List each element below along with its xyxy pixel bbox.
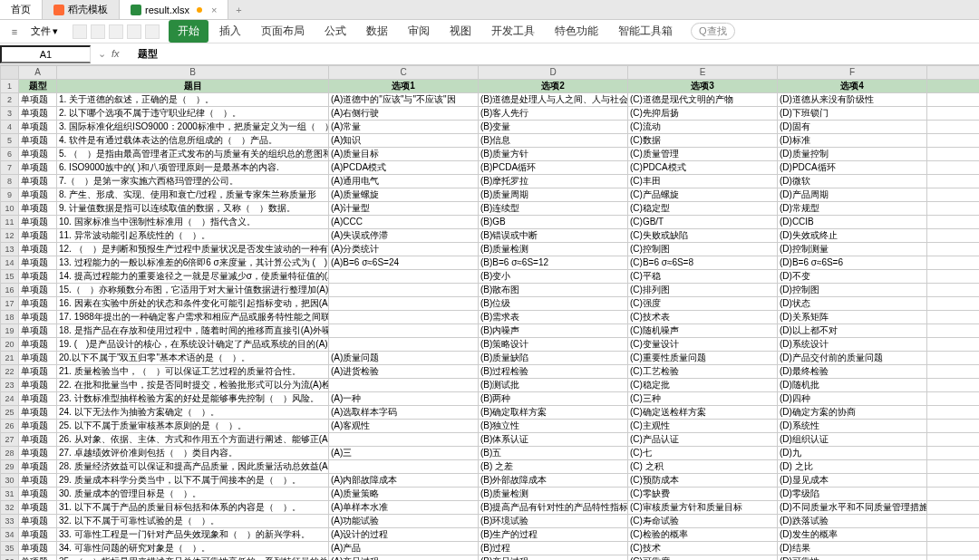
cell[interactable]: (C) 之积 — [628, 460, 778, 474]
cell[interactable]: (A)内部故障成本 — [329, 474, 479, 488]
cell[interactable] — [927, 338, 980, 352]
cell[interactable]: 单项题 — [19, 528, 57, 542]
redo-icon[interactable] — [145, 24, 160, 39]
cell[interactable]: (B)质量缺陷 — [479, 352, 628, 365]
cell[interactable]: 21. 质量检验当中，（ ）可以保证工艺过程的质量符合性。 — [57, 365, 329, 379]
row-header[interactable]: 19 — [1, 324, 19, 338]
cell[interactable] — [329, 460, 479, 474]
cell[interactable]: 单项题 — [19, 379, 57, 392]
fx-dropdown-icon[interactable]: ⌄ — [98, 48, 106, 60]
row-header[interactable]: 2 — [1, 93, 19, 107]
cell[interactable]: (D)跌落试验 — [778, 515, 927, 528]
cell[interactable]: (D)不同质量水平和不同质量管理措施 — [778, 501, 927, 515]
row-header[interactable]: 31 — [1, 488, 19, 501]
cell[interactable]: (A)计量型 — [329, 202, 479, 216]
cell[interactable]: (C)强度 — [628, 297, 778, 311]
header-cell[interactable]: 选项2 — [479, 80, 628, 93]
cell[interactable]: (B)客人先行 — [479, 107, 628, 121]
cell[interactable]: 6. ISO9000族中的( )和八项管理原则一是最基本的内容. — [57, 161, 329, 175]
cell[interactable] — [927, 93, 980, 107]
tab-template[interactable]: 稻壳模板 — [43, 0, 120, 19]
cell[interactable]: (A)常量 — [329, 121, 479, 134]
row-header[interactable]: 29 — [1, 460, 19, 474]
cell[interactable] — [927, 284, 980, 297]
row-header[interactable]: 23 — [1, 379, 19, 392]
cell[interactable]: (C)B=6 σ≈6S=8 — [628, 256, 778, 270]
cell[interactable]: (D)最终检验 — [778, 365, 927, 379]
cell[interactable]: 单项题 — [19, 365, 57, 379]
cell[interactable]: (C)零缺费 — [628, 488, 778, 501]
cell[interactable]: (D)零级陷 — [778, 488, 927, 501]
cell[interactable] — [927, 488, 980, 501]
cell[interactable] — [927, 121, 980, 134]
cell[interactable]: (A)B=6 σ≈6S=24 — [329, 256, 479, 270]
file-menu[interactable]: 文件 ▾ — [25, 23, 63, 40]
col-header-C[interactable]: C — [329, 66, 479, 80]
cell[interactable]: 18. 是指产品在存放和使用过程中，随着时间的推移而直接引(A)外噪声 — [57, 324, 329, 338]
cell[interactable]: (C)检验的概率 — [628, 528, 778, 542]
cell[interactable]: (C)重要性质量问题 — [628, 352, 778, 365]
cell[interactable]: (B)过程 — [479, 542, 628, 555]
cell[interactable]: (A)客观性 — [329, 420, 479, 433]
cell[interactable]: (C)稳定型 — [628, 202, 778, 216]
cell[interactable]: 单项题 — [19, 121, 57, 134]
cell[interactable]: (D)产品周期 — [778, 188, 927, 202]
cell[interactable] — [927, 161, 980, 175]
cell[interactable]: (D)常规型 — [778, 202, 927, 216]
cell[interactable]: (A)质量问题 — [329, 352, 479, 365]
cell[interactable]: 12. （ ）是判断和预报生产过程中质量状况是否发生波动的一种有 — [57, 243, 329, 256]
row-header[interactable]: 1 — [1, 80, 19, 93]
cell[interactable]: 14. 提高过程能力的重要途径之一就是尽量减少σ，使质量特征值的(A)变大 — [57, 270, 329, 284]
menu-layout[interactable]: 页面布局 — [252, 20, 314, 43]
cell[interactable]: (C)稳定批 — [628, 379, 778, 392]
cell[interactable]: (C)确定送检样方案 — [628, 406, 778, 420]
cell[interactable] — [329, 311, 479, 324]
cell[interactable]: 单项题 — [19, 420, 57, 433]
cell[interactable]: (D)B=6 σ≈6S=6 — [778, 256, 927, 270]
cell[interactable]: (B)提高产品有针对性的产品特性指标 — [479, 501, 628, 515]
col-header-F[interactable]: F — [778, 66, 927, 80]
cell[interactable]: (D)控制图 — [778, 284, 927, 297]
cell[interactable]: (C)丰田 — [628, 175, 778, 188]
cell[interactable]: (B)两种 — [479, 392, 628, 406]
cell[interactable] — [927, 474, 980, 488]
cell[interactable]: 单项题 — [19, 555, 57, 561]
undo-icon[interactable] — [127, 24, 141, 39]
cell[interactable]: 单项题 — [19, 474, 57, 488]
cell[interactable] — [927, 216, 980, 229]
cell[interactable]: 单项题 — [19, 284, 57, 297]
cell[interactable]: (D)PDCA循环 — [778, 161, 927, 175]
cell[interactable]: (A)选取样本字码 — [329, 406, 479, 420]
cell[interactable]: (C)失败或缺陷 — [628, 229, 778, 243]
col-header-G[interactable]: G — [927, 66, 980, 80]
row-header[interactable]: 25 — [1, 406, 19, 420]
header-cell[interactable]: 选项1 — [329, 80, 479, 93]
cell[interactable]: 19. ( )是产品设计的核心，在系统设计确定了产品或系统的目的(A)参数设计 — [57, 338, 329, 352]
cell[interactable]: 单项题 — [19, 188, 57, 202]
col-header-D[interactable]: D — [479, 66, 628, 80]
menu-insert[interactable]: 插入 — [210, 20, 250, 43]
cell[interactable]: 单项题 — [19, 324, 57, 338]
row-header[interactable]: 3 — [1, 107, 19, 121]
cell[interactable]: 31. 以下不属于产品的质量目标包括和体系的内容是（ ）。 — [57, 501, 329, 515]
cell[interactable]: (B)环境试验 — [479, 515, 628, 528]
menu-formula[interactable]: 公式 — [315, 20, 355, 43]
row-header[interactable]: 26 — [1, 420, 19, 433]
cell[interactable]: (D)四种 — [778, 392, 927, 406]
cell[interactable] — [927, 243, 980, 256]
cell[interactable]: (D)关系矩阵 — [778, 311, 927, 324]
cell[interactable] — [927, 528, 980, 542]
cell[interactable]: (C)产品螺旋 — [628, 188, 778, 202]
menu-smarttools[interactable]: 智能工具箱 — [609, 20, 682, 43]
cell[interactable]: (A)道德中的"应该"与"不应该"因 — [329, 93, 479, 107]
cell[interactable]: (B)五 — [479, 447, 628, 460]
cell[interactable]: (C)技术 — [628, 542, 778, 555]
cell[interactable]: (A)质量目标 — [329, 148, 479, 161]
cell[interactable]: (C)先抑后扬 — [628, 107, 778, 121]
cell[interactable] — [927, 270, 980, 284]
cell[interactable] — [927, 311, 980, 324]
cell[interactable] — [927, 107, 980, 121]
cell[interactable]: (B)PCDA循环 — [479, 161, 628, 175]
cell[interactable] — [329, 338, 479, 352]
cell[interactable]: 单项题 — [19, 352, 57, 365]
